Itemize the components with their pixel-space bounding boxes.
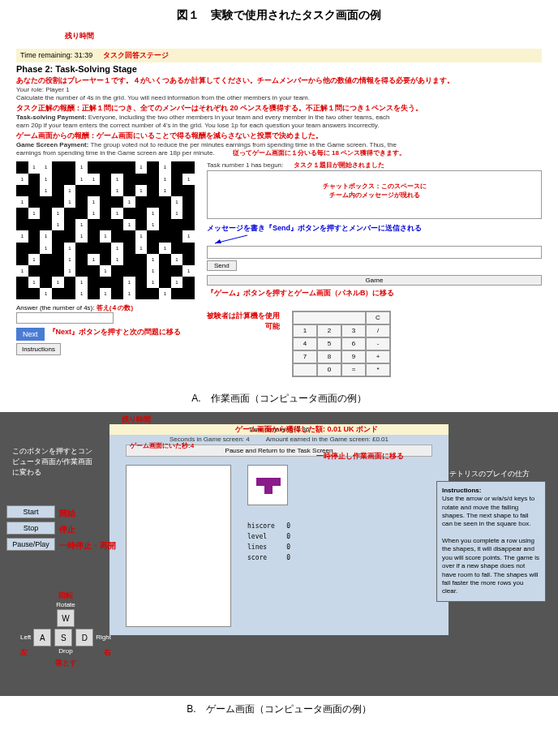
answer-row: Answer (the number of 4s): 答え(４の数) [16,303,195,312]
arrow-icon [207,234,255,246]
calc-key-/[interactable]: / [366,324,390,337]
annot-start: 開始 [59,508,75,519]
annot-right: 右 [104,647,111,658]
pauseplay-button[interactable]: Pause/Play [6,538,55,551]
figure-title: 図１ 実験で使用されたタスク画面の例 [0,0,558,31]
calc-key-3[interactable]: 3 [341,324,366,337]
key-d[interactable]: D [75,629,93,646]
annot-b-pause: 一時停止し作業画面に移る [316,451,404,462]
annot-answer: 答え(４の数) [97,304,133,311]
chat-messages: チャットボックス：このスペースに チーム内のメッセージが現れる [207,170,542,219]
annot-game-pay: ゲーム画面からの報酬：ゲーム画面にいることで得る報酬を減らさないと投票で決めまし… [16,131,542,141]
calc-key-7[interactable]: 7 [293,350,317,363]
annot-send: メッセージを書き『Send』ボタンを押すとメンバーに送信される [207,223,542,234]
instr-title: Instructions: [442,487,481,494]
next-button[interactable]: Next [16,328,45,341]
payment-line2: earn 20p if your team enters the correct… [16,122,542,130]
rotate-label: Rotate [20,601,111,608]
calc-key-1[interactable]: 1 [293,324,317,337]
calc-key-+[interactable]: + [366,350,390,363]
annot-b-earned: ゲーム画面から獲得した額: 0.01 UK ポンド [235,424,378,435]
answer-input[interactable] [16,312,114,324]
calc-key-blank[interactable] [293,363,317,376]
annot-stop: 停止 [59,524,75,535]
annot-left: 左 [20,647,28,658]
calc-key-2[interactable]: 2 [317,324,341,337]
calc-key-*[interactable]: * [366,363,390,376]
calc-display [293,311,366,324]
panel-b: 残り時間 Time remaining: 1:36 Seconds in Gam… [0,412,558,696]
b-earned: Amount earned in the Game screen: £0.01 [266,436,388,444]
calc-key--[interactable]: - [366,337,390,350]
annot-role: あなたの役割はプレーヤー１です。４がいくつあるか計算してください。チームメンバー… [16,75,542,86]
tetris-controls: Start開始 Stop停止 Pause/Play一時停止・再開 [6,505,116,554]
svg-marker-1 [215,239,221,243]
tetris-board[interactable] [126,465,231,627]
task-begun: Task number 1 has begun: タスク１題目が開始されました [207,161,542,170]
annot-correct-pay: タスク正解の報酬：正解１問につき、全てのメンバーはそれぞれ 20 ペンスを獲得す… [16,103,542,114]
calculator: C 123/456-789+0=* [292,311,391,377]
right-label: Right [96,634,111,641]
key-w[interactable]: W [57,609,75,627]
annot-next: 『Next』ボタンを押すと次の問題に移る [49,327,182,337]
start-button[interactable]: Start [6,505,55,518]
instructions-box: Instructions: Use the arrow or w/a/s/d k… [436,481,546,602]
left-label: Left [20,634,31,641]
payment-line: Task-solving Payment: Everyone, includin… [16,114,542,122]
time-text: Time remaining: 31:39 [20,51,92,59]
instr-text2: When you complete a row using the shapes… [442,537,539,595]
calc-key-5[interactable]: 5 [317,337,341,350]
key-s[interactable]: S [54,629,72,646]
time-bar: Time remaining: 31:39 タスク回答ステージ [16,49,542,62]
role-line: Your role: Player 1 [16,86,542,94]
calc-clear[interactable]: C [366,311,390,324]
tetris-stats: hiscore 0 level 0 lines 0 score 0 [247,522,432,563]
instructions-button[interactable]: Instructions [16,343,61,355]
chat-input[interactable] [207,246,542,259]
annot-task-begun: タスク１題目が開始されました [294,161,384,169]
instr-text1: Use the arrow or w/a/s/d keys to rotate … [442,495,534,527]
game-button[interactable]: Game [207,275,542,286]
annot-b-seconds: ゲーム画面にいた秒:4 [130,441,194,450]
wasd-keys: 回転 Rotate W Left A S D Right 左 Drop 右 落と… [20,591,111,668]
key-a[interactable]: A [33,629,51,646]
annot-this-btn: このボタンを押すとコンピュータ画面が作業画面に変わる [12,446,93,478]
annot-drop: 落とす [20,658,111,668]
panel-b-caption: B. ゲーム画面（コンピュータ画面の例） [0,696,558,723]
game-payment-line2: earnings from spending time in the Game … [16,149,542,157]
annot-pauseplay: 一時停止・再開 [59,540,116,552]
answer-label: Answer (the number of 4s): [16,304,94,311]
tetris-preview [247,465,288,505]
calc-key-=[interactable]: = [341,363,366,376]
panel-a: 残り時間 Time remaining: 31:39 タスク回答ステージ Pha… [0,31,558,385]
annot-chatbox: チャットボックス：このスペースに [210,182,539,191]
annot-game-pay2: 従ってゲーム画面に１分いる毎に 18 ペンス獲得できます。 [233,149,406,157]
game-payment-line: Game Screen Payment: The group voted not… [16,141,542,149]
calc-key-4[interactable]: 4 [293,337,317,350]
calc-key-0[interactable]: 0 [317,363,341,376]
send-button[interactable]: Send [207,260,237,271]
annot-calc: 被験者は計算機を使用可能 [207,311,280,332]
annot-rotate: 回転 [20,591,111,601]
calc-key-9[interactable]: 9 [341,350,366,363]
annot-tetris-how: テトリスのプレイの仕方 [449,469,530,479]
annot-remaining-time: 残り時間 [65,31,94,41]
annot-game-btn: 『ゲーム』ボタンを押すとゲーム画面（パネルB）に移る [207,288,542,299]
annot-chatbox2: チーム内のメッセージが現れる [210,191,539,200]
calc-key-8[interactable]: 8 [317,350,341,363]
phase-title: Phase 2: Task-Solving Stage [16,64,542,74]
annot-b-time: 残り時間 [122,415,151,425]
drop-label: Drop [58,647,72,658]
task-grid: 1111111111111111111111111111111111111111… [16,161,195,299]
stop-button[interactable]: Stop [6,522,55,535]
panel-a-caption: A. 作業画面（コンピュータ画面の例） [0,385,558,412]
calc-key-6[interactable]: 6 [341,337,366,350]
calc-text: Calculate the number of 4s in the grid. … [16,94,542,102]
annot-task-stage: タスク回答ステージ [103,51,169,59]
